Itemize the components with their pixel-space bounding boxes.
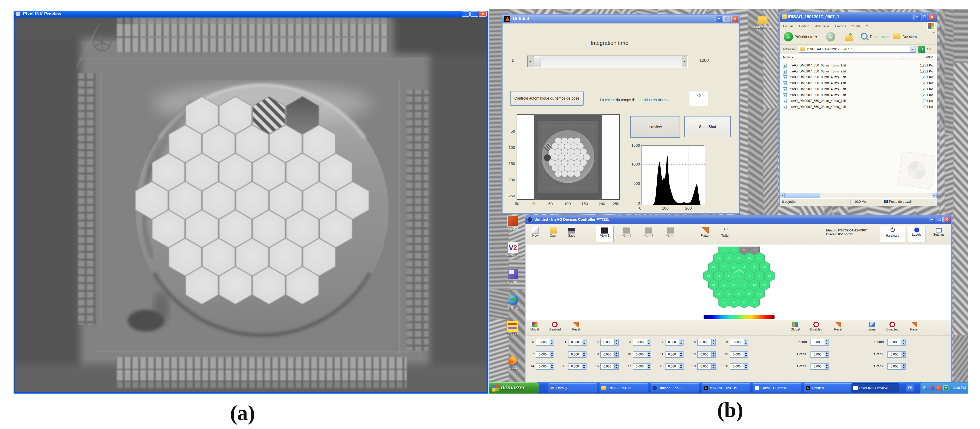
svg-text:8: 8 xyxy=(759,275,760,277)
svg-text:18: 18 xyxy=(748,292,751,295)
svg-text:26: 26 xyxy=(722,248,725,251)
svg-text:2: 2 xyxy=(748,275,750,277)
svg-text:16: 16 xyxy=(727,292,730,295)
svg-text:4: 4 xyxy=(733,265,735,269)
svg-text:31: 31 xyxy=(717,292,720,295)
svg-text:6: 6 xyxy=(733,283,735,286)
svg-text:36: 36 xyxy=(758,292,761,295)
svg-text:12: 12 xyxy=(727,257,730,260)
svg-text:23: 23 xyxy=(753,248,756,251)
svg-text:11: 11 xyxy=(738,257,740,260)
svg-text:29: 29 xyxy=(707,275,710,277)
svg-text:1: 1 xyxy=(738,275,740,277)
svg-text:22: 22 xyxy=(758,257,761,260)
svg-text:34: 34 xyxy=(743,301,746,304)
svg-text:14: 14 xyxy=(717,275,720,277)
svg-text:5: 5 xyxy=(728,275,729,277)
svg-text:35: 35 xyxy=(753,301,756,304)
svg-text:24: 24 xyxy=(743,248,746,251)
svg-text:33: 33 xyxy=(732,301,735,304)
svg-text:7: 7 xyxy=(743,283,745,286)
svg-text:17: 17 xyxy=(738,292,741,295)
svg-text:9: 9 xyxy=(754,265,755,269)
svg-text:3: 3 xyxy=(743,265,745,269)
svg-text:25: 25 xyxy=(732,248,735,251)
svg-text:13: 13 xyxy=(722,265,725,269)
svg-text:27: 27 xyxy=(717,257,720,260)
svg-text:37: 37 xyxy=(763,283,766,286)
svg-text:30: 30 xyxy=(712,283,715,286)
svg-text:20: 20 xyxy=(768,275,771,277)
svg-text:28: 28 xyxy=(712,265,715,269)
svg-text:19: 19 xyxy=(753,283,756,286)
svg-text:10: 10 xyxy=(748,257,751,260)
svg-text:32: 32 xyxy=(722,301,725,304)
svg-text:21: 21 xyxy=(763,265,766,269)
svg-text:15: 15 xyxy=(722,283,725,286)
